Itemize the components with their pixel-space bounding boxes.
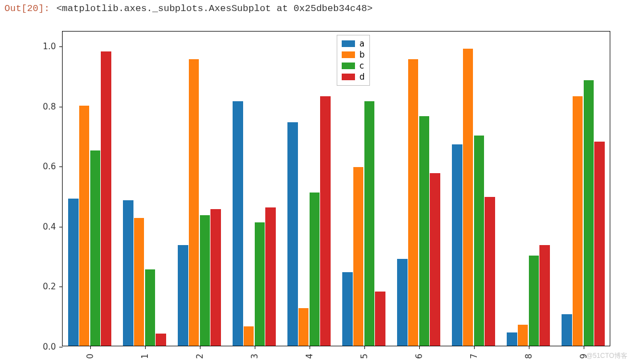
bar-a-8 xyxy=(507,332,517,346)
bar-d-7 xyxy=(485,197,495,346)
xtick-mark xyxy=(529,346,529,349)
bar-d-5 xyxy=(375,292,385,346)
xtick-mark xyxy=(145,346,146,349)
bar-b-3 xyxy=(244,326,254,346)
bar-c-8 xyxy=(529,256,539,346)
legend-label: a xyxy=(359,38,364,49)
legend-label: c xyxy=(359,60,364,71)
bar-a-1 xyxy=(123,200,133,346)
xtick-mark xyxy=(474,346,475,349)
bar-a-7 xyxy=(452,144,462,346)
bar-a-4 xyxy=(287,122,298,346)
legend-swatch xyxy=(342,51,355,58)
xtick-mark xyxy=(90,346,91,349)
bar-c-2 xyxy=(200,215,210,346)
ytick-label: 1.0 xyxy=(35,41,56,51)
ytick-label: 0.6 xyxy=(35,162,56,171)
legend-swatch xyxy=(342,40,355,47)
xtick-label: 3 xyxy=(250,353,260,359)
ytick-mark xyxy=(59,347,63,347)
xtick-mark xyxy=(419,346,420,349)
ytick-mark xyxy=(59,46,63,47)
ytick-label: 0.8 xyxy=(35,102,56,112)
legend: abcd xyxy=(337,35,370,86)
bar-d-8 xyxy=(539,245,550,346)
ytick-label: 0.4 xyxy=(35,222,56,232)
bar-b-7 xyxy=(463,49,474,346)
chart-axes: 0.00.20.40.60.81.0 0123456789 abcd xyxy=(62,31,610,346)
xtick-label: 4 xyxy=(305,353,315,359)
xtick-label: 0 xyxy=(85,353,95,359)
bar-b-5 xyxy=(353,167,364,346)
bar-d-9 xyxy=(594,142,605,346)
ytick-mark xyxy=(59,287,63,287)
bar-b-6 xyxy=(408,59,419,346)
xtick-mark xyxy=(364,346,365,349)
xtick-label: 2 xyxy=(195,353,205,359)
watermark: @51CTO博客 xyxy=(586,351,627,361)
bar-c-0 xyxy=(90,150,101,346)
bar-c-1 xyxy=(145,269,156,346)
bar-d-6 xyxy=(430,173,440,346)
legend-label: d xyxy=(359,71,365,82)
bar-a-2 xyxy=(178,245,188,346)
xtick-mark xyxy=(584,346,584,349)
legend-item-c: c xyxy=(342,60,365,71)
legend-label: b xyxy=(359,49,365,60)
xtick-mark xyxy=(200,346,200,349)
xtick-mark xyxy=(310,346,310,349)
bar-c-7 xyxy=(474,136,485,346)
xtick-mark xyxy=(255,346,255,349)
legend-item-b: b xyxy=(342,49,365,60)
bar-c-3 xyxy=(255,222,265,346)
bar-c-5 xyxy=(364,101,375,346)
bars-container xyxy=(63,32,610,346)
ytick-mark xyxy=(59,167,63,167)
bar-c-4 xyxy=(310,193,320,346)
bar-a-5 xyxy=(342,272,353,346)
bar-b-8 xyxy=(518,325,528,346)
bar-d-2 xyxy=(210,209,221,346)
xtick-label: 5 xyxy=(359,353,369,359)
bar-a-0 xyxy=(68,199,79,346)
bar-c-9 xyxy=(584,80,594,346)
bar-c-6 xyxy=(419,116,430,346)
output-repr: <matplotlib.axes._subplots.AxesSubplot a… xyxy=(56,3,373,14)
ytick-mark xyxy=(59,227,63,227)
ytick-label: 0.2 xyxy=(35,282,56,292)
legend-item-d: d xyxy=(342,71,365,82)
ytick-mark xyxy=(59,107,63,107)
bar-b-2 xyxy=(189,59,199,346)
legend-swatch xyxy=(342,63,355,69)
bar-d-3 xyxy=(265,207,276,346)
bar-b-4 xyxy=(299,308,309,346)
ytick-label: 0.0 xyxy=(35,342,56,352)
xtick-label: 6 xyxy=(414,353,424,359)
bar-d-0 xyxy=(101,51,111,346)
output-prompt: Out[20]: xyxy=(4,3,50,14)
xtick-label: 1 xyxy=(140,353,150,359)
bar-b-9 xyxy=(573,96,583,346)
bar-b-1 xyxy=(134,218,145,346)
legend-item-a: a xyxy=(342,38,365,49)
xtick-label: 8 xyxy=(524,353,534,359)
bar-d-4 xyxy=(320,96,331,346)
legend-swatch xyxy=(342,74,355,80)
bar-a-6 xyxy=(397,259,408,346)
bar-d-1 xyxy=(156,334,166,346)
bar-a-9 xyxy=(562,314,572,346)
bar-a-3 xyxy=(233,101,243,346)
bar-b-0 xyxy=(79,106,90,346)
notebook-output-row: Out[20]: <matplotlib.axes._subplots.Axes… xyxy=(0,0,633,14)
xtick-label: 7 xyxy=(469,353,479,359)
